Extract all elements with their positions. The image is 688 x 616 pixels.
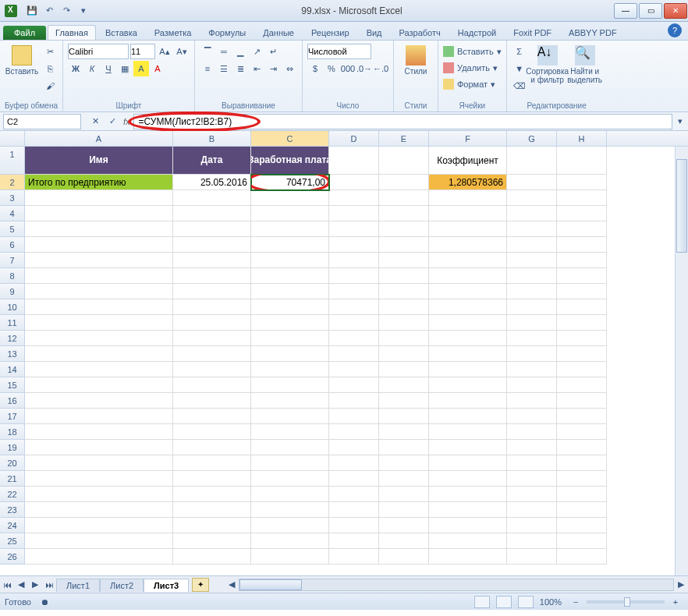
col-header-H[interactable]: H (557, 131, 607, 146)
horizontal-scrollbar[interactable]: ◀ ▶ (225, 578, 688, 592)
cell[interactable] (429, 206, 507, 221)
cell-D1[interactable] (329, 147, 379, 175)
copy-button[interactable]: ⎘ (42, 61, 58, 76)
cell[interactable] (557, 346, 607, 362)
cell[interactable] (173, 253, 251, 268)
row-header[interactable]: 26 (0, 549, 25, 565)
merge-button[interactable]: ⇔ (282, 61, 297, 76)
cell[interactable] (25, 237, 173, 253)
cell[interactable] (251, 533, 329, 549)
bold-button[interactable]: Ж (68, 61, 83, 76)
border-button[interactable]: ▦ (117, 61, 133, 76)
font-size-select[interactable] (130, 44, 155, 59)
expand-formula-button[interactable]: ▾ (672, 114, 688, 129)
row-header-1[interactable]: 1 (0, 147, 25, 175)
cell[interactable] (25, 268, 173, 284)
redo-button[interactable]: ↷ (59, 4, 73, 18)
cell[interactable] (329, 502, 379, 518)
cell[interactable] (173, 190, 251, 206)
cell[interactable] (557, 471, 607, 487)
cell-E1[interactable] (379, 147, 429, 175)
cell[interactable] (557, 424, 607, 440)
cell[interactable] (173, 471, 251, 487)
cell-A1[interactable]: Имя (25, 147, 173, 175)
cell[interactable] (507, 471, 557, 487)
cell[interactable] (251, 362, 329, 377)
cell[interactable] (557, 533, 607, 549)
cell[interactable] (379, 471, 429, 487)
col-header-A[interactable]: A (25, 131, 173, 146)
tab-data[interactable]: Данные (255, 25, 302, 40)
cell[interactable] (251, 299, 329, 315)
name-box[interactable]: C2 (3, 114, 81, 129)
cell[interactable] (557, 549, 607, 565)
cell[interactable] (557, 487, 607, 502)
tab-developer[interactable]: Разработч (392, 25, 449, 40)
cell[interactable] (25, 253, 173, 268)
cell[interactable] (507, 518, 557, 533)
cell[interactable] (329, 518, 379, 533)
cell[interactable] (329, 440, 379, 455)
sheet-tab-2[interactable]: Лист2 (100, 579, 144, 592)
zoom-slider[interactable] (587, 600, 665, 604)
help-button[interactable]: ? (668, 23, 682, 37)
row-header[interactable]: 21 (0, 471, 25, 487)
cell[interactable] (429, 315, 507, 331)
tab-view[interactable]: Вид (359, 25, 390, 40)
cell[interactable] (251, 487, 329, 502)
cancel-formula-button[interactable]: ✕ (87, 114, 103, 129)
cell[interactable] (25, 206, 173, 221)
row-header[interactable]: 12 (0, 331, 25, 346)
cell[interactable] (507, 237, 557, 253)
cell[interactable] (557, 315, 607, 331)
file-tab[interactable]: Файл (3, 26, 46, 40)
cell[interactable] (25, 190, 173, 206)
cells-area[interactable]: Имя Дата Заработная плата Коэффициент Ит… (25, 147, 607, 565)
next-sheet-button[interactable]: ▶ (28, 578, 42, 592)
row-header[interactable]: 19 (0, 440, 25, 455)
cell[interactable] (557, 284, 607, 299)
cell[interactable] (429, 533, 507, 549)
cell[interactable] (173, 393, 251, 409)
cell[interactable] (173, 299, 251, 315)
cell[interactable] (251, 518, 329, 533)
cell[interactable] (557, 268, 607, 284)
col-header-B[interactable]: B (173, 131, 251, 146)
maximize-button[interactable]: ▭ (639, 3, 662, 19)
cell[interactable] (379, 549, 429, 565)
cell[interactable] (173, 237, 251, 253)
cell[interactable] (25, 502, 173, 518)
cell[interactable] (329, 237, 379, 253)
normal-view-button[interactable] (474, 596, 490, 608)
row-header[interactable]: 11 (0, 315, 25, 331)
cell[interactable] (329, 362, 379, 377)
cell[interactable] (329, 253, 379, 268)
cell[interactable] (379, 362, 429, 377)
cell[interactable] (25, 284, 173, 299)
cell[interactable] (507, 190, 557, 206)
cell[interactable] (379, 518, 429, 533)
clear-button[interactable]: ⌫ (512, 78, 527, 94)
cell[interactable] (25, 346, 173, 362)
scroll-right-button[interactable]: ▶ (674, 578, 688, 592)
cell[interactable] (251, 549, 329, 565)
cell[interactable] (173, 533, 251, 549)
row-header[interactable]: 13 (0, 346, 25, 362)
cell[interactable] (379, 331, 429, 346)
row-header[interactable]: 25 (0, 533, 25, 549)
cell[interactable] (329, 268, 379, 284)
insert-cells-button[interactable]: Вставить ▾ (443, 44, 502, 59)
align-left-button[interactable]: ≡ (200, 61, 215, 76)
increase-indent-button[interactable]: ⇥ (265, 61, 281, 76)
cell[interactable] (429, 346, 507, 362)
fill-color-button[interactable]: A (133, 61, 149, 76)
delete-cells-button[interactable]: Удалить ▾ (443, 60, 502, 76)
cell[interactable] (251, 315, 329, 331)
increase-decimal-button[interactable]: .0→ (356, 61, 372, 76)
cell[interactable] (429, 471, 507, 487)
cell[interactable] (173, 331, 251, 346)
cell[interactable] (507, 331, 557, 346)
row-header[interactable]: 10 (0, 299, 25, 315)
cell[interactable] (173, 268, 251, 284)
fx-icon[interactable]: fx (123, 117, 130, 126)
